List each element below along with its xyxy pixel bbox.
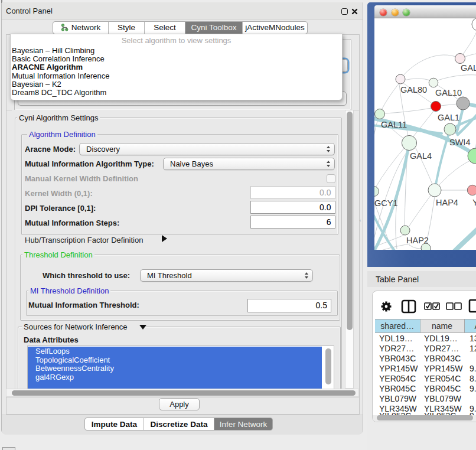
svg-text:GAL2: GAL2 (461, 63, 476, 73)
svg-text:GCY1: GCY1 (374, 198, 398, 208)
svg-text:GAL11: GAL11 (381, 120, 407, 129)
svg-text:GAL4: GAL4 (410, 151, 432, 161)
svg-text:HAP4: HAP4 (436, 198, 458, 207)
svg-text:GAL80: GAL80 (400, 85, 427, 94)
svg-text:GAL10: GAL10 (435, 88, 462, 97)
svg-text:GAL1: GAL1 (438, 113, 459, 122)
svg-text:SWI4: SWI4 (449, 138, 470, 147)
svg-text:Y: Y (472, 198, 476, 207)
svg-text:HAP2: HAP2 (406, 236, 429, 245)
